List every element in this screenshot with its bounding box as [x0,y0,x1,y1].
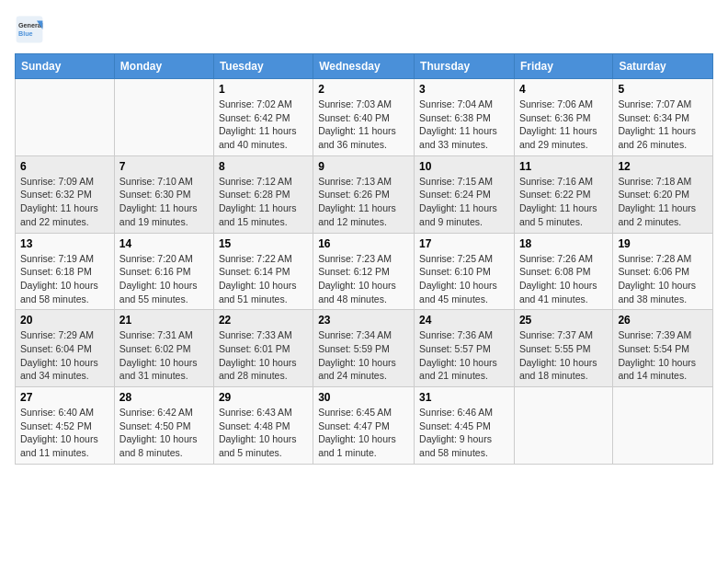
day-info: Sunrise: 7:37 AM Sunset: 5:55 PM Dayligh… [519,328,608,383]
calendar-cell: 16Sunrise: 7:23 AM Sunset: 6:12 PM Dayli… [313,233,415,310]
day-info: Sunrise: 7:04 AM Sunset: 6:38 PM Dayligh… [419,98,509,152]
day-number: 16 [318,237,409,250]
weekday-header: Wednesday [313,54,415,79]
day-number: 31 [419,391,509,404]
day-number: 22 [219,314,308,327]
day-info: Sunrise: 7:20 AM Sunset: 6:16 PM Dayligh… [119,252,209,306]
calendar-cell: 4Sunrise: 7:06 AM Sunset: 6:36 PM Daylig… [514,79,612,156]
calendar-table: SundayMondayTuesdayWednesdayThursdayFrid… [15,53,713,465]
day-info: Sunrise: 7:19 AM Sunset: 6:18 PM Dayligh… [20,252,109,306]
calendar-cell: 2Sunrise: 7:03 AM Sunset: 6:40 PM Daylig… [313,79,415,156]
day-number: 27 [20,391,109,404]
day-info: Sunrise: 7:23 AM Sunset: 6:12 PM Dayligh… [318,252,409,306]
day-info: Sunrise: 7:31 AM Sunset: 6:02 PM Dayligh… [119,328,209,383]
weekday-header: Saturday [613,54,713,79]
day-number: 9 [318,160,409,173]
day-number: 14 [119,237,209,250]
weekday-row: SundayMondayTuesdayWednesdayThursdayFrid… [16,54,713,79]
day-number: 13 [20,237,109,250]
calendar-cell: 26Sunrise: 7:39 AM Sunset: 5:54 PM Dayli… [613,310,713,387]
calendar-cell [514,387,612,465]
day-number: 2 [318,83,409,96]
day-number: 6 [20,160,109,173]
day-number: 26 [618,314,708,327]
day-info: Sunrise: 7:34 AM Sunset: 5:59 PM Dayligh… [318,328,409,383]
day-number: 10 [419,160,509,173]
day-info: Sunrise: 6:42 AM Sunset: 4:50 PM Dayligh… [119,406,209,460]
day-number: 17 [419,237,509,250]
calendar-cell: 14Sunrise: 7:20 AM Sunset: 6:16 PM Dayli… [114,233,213,310]
weekday-header: Thursday [415,54,515,79]
day-info: Sunrise: 6:45 AM Sunset: 4:47 PM Dayligh… [318,406,409,460]
calendar-header: SundayMondayTuesdayWednesdayThursdayFrid… [16,54,713,79]
calendar-cell: 1Sunrise: 7:02 AM Sunset: 6:42 PM Daylig… [213,79,313,156]
day-number: 12 [618,160,708,173]
calendar-cell: 17Sunrise: 7:25 AM Sunset: 6:10 PM Dayli… [415,233,515,310]
day-info: Sunrise: 7:22 AM Sunset: 6:14 PM Dayligh… [219,252,308,306]
calendar-cell: 23Sunrise: 7:34 AM Sunset: 5:59 PM Dayli… [313,310,415,387]
weekday-header: Monday [114,54,213,79]
calendar-cell [114,79,213,156]
day-info: Sunrise: 7:13 AM Sunset: 6:26 PM Dayligh… [318,175,409,229]
day-info: Sunrise: 7:06 AM Sunset: 6:36 PM Dayligh… [519,98,608,152]
day-number: 1 [219,83,308,96]
calendar-cell: 5Sunrise: 7:07 AM Sunset: 6:34 PM Daylig… [613,79,713,156]
calendar-cell: 27Sunrise: 6:40 AM Sunset: 4:52 PM Dayli… [16,387,115,465]
day-number: 29 [219,391,308,404]
day-info: Sunrise: 7:09 AM Sunset: 6:32 PM Dayligh… [20,175,109,229]
day-number: 15 [219,237,308,250]
day-info: Sunrise: 7:02 AM Sunset: 6:42 PM Dayligh… [219,98,308,152]
day-info: Sunrise: 7:12 AM Sunset: 6:28 PM Dayligh… [219,175,308,229]
day-info: Sunrise: 6:40 AM Sunset: 4:52 PM Dayligh… [20,406,109,460]
day-info: Sunrise: 7:10 AM Sunset: 6:30 PM Dayligh… [119,175,209,229]
logo-icon: General Blue [15,15,44,44]
calendar-cell: 11Sunrise: 7:16 AM Sunset: 6:22 PM Dayli… [514,155,612,233]
calendar-cell: 13Sunrise: 7:19 AM Sunset: 6:18 PM Dayli… [16,233,115,310]
calendar-cell: 15Sunrise: 7:22 AM Sunset: 6:14 PM Dayli… [213,233,313,310]
day-number: 24 [419,314,509,327]
calendar-cell: 29Sunrise: 6:43 AM Sunset: 4:48 PM Dayli… [213,387,313,465]
calendar-cell [613,387,713,465]
day-number: 23 [318,314,409,327]
day-info: Sunrise: 7:07 AM Sunset: 6:34 PM Dayligh… [618,98,708,152]
day-number: 18 [519,237,608,250]
day-info: Sunrise: 7:16 AM Sunset: 6:22 PM Dayligh… [519,175,608,229]
day-number: 21 [119,314,209,327]
calendar-cell: 20Sunrise: 7:29 AM Sunset: 6:04 PM Dayli… [16,310,115,387]
day-number: 20 [20,314,109,327]
calendar-cell: 22Sunrise: 7:33 AM Sunset: 6:01 PM Dayli… [213,310,313,387]
day-info: Sunrise: 7:39 AM Sunset: 5:54 PM Dayligh… [618,328,708,383]
day-info: Sunrise: 7:18 AM Sunset: 6:20 PM Dayligh… [618,175,708,229]
calendar-week-row: 13Sunrise: 7:19 AM Sunset: 6:18 PM Dayli… [16,233,713,310]
calendar-cell: 31Sunrise: 6:46 AM Sunset: 4:45 PM Dayli… [415,387,515,465]
calendar-cell: 3Sunrise: 7:04 AM Sunset: 6:38 PM Daylig… [415,79,515,156]
day-number: 25 [519,314,608,327]
day-info: Sunrise: 7:03 AM Sunset: 6:40 PM Dayligh… [318,98,409,152]
day-number: 11 [519,160,608,173]
calendar-cell: 8Sunrise: 7:12 AM Sunset: 6:28 PM Daylig… [213,155,313,233]
day-number: 5 [618,83,708,96]
calendar-cell: 9Sunrise: 7:13 AM Sunset: 6:26 PM Daylig… [313,155,415,233]
page-header: General Blue [15,15,713,44]
weekday-header: Tuesday [213,54,313,79]
svg-text:Blue: Blue [18,29,33,38]
calendar-cell: 6Sunrise: 7:09 AM Sunset: 6:32 PM Daylig… [16,155,115,233]
calendar-week-row: 6Sunrise: 7:09 AM Sunset: 6:32 PM Daylig… [16,155,713,233]
day-info: Sunrise: 7:26 AM Sunset: 6:08 PM Dayligh… [519,252,608,306]
calendar-cell: 12Sunrise: 7:18 AM Sunset: 6:20 PM Dayli… [613,155,713,233]
day-info: Sunrise: 7:29 AM Sunset: 6:04 PM Dayligh… [20,328,109,383]
calendar-week-row: 27Sunrise: 6:40 AM Sunset: 4:52 PM Dayli… [16,387,713,465]
day-number: 28 [119,391,209,404]
weekday-header: Friday [514,54,612,79]
calendar-cell: 10Sunrise: 7:15 AM Sunset: 6:24 PM Dayli… [415,155,515,233]
day-number: 8 [219,160,308,173]
day-info: Sunrise: 7:15 AM Sunset: 6:24 PM Dayligh… [419,175,509,229]
day-info: Sunrise: 6:46 AM Sunset: 4:45 PM Dayligh… [419,406,509,460]
calendar-cell: 18Sunrise: 7:26 AM Sunset: 6:08 PM Dayli… [514,233,612,310]
logo: General Blue [15,15,48,44]
calendar-cell: 7Sunrise: 7:10 AM Sunset: 6:30 PM Daylig… [114,155,213,233]
day-number: 19 [618,237,708,250]
calendar-body: 1Sunrise: 7:02 AM Sunset: 6:42 PM Daylig… [16,79,713,465]
day-number: 30 [318,391,409,404]
calendar-cell: 25Sunrise: 7:37 AM Sunset: 5:55 PM Dayli… [514,310,612,387]
